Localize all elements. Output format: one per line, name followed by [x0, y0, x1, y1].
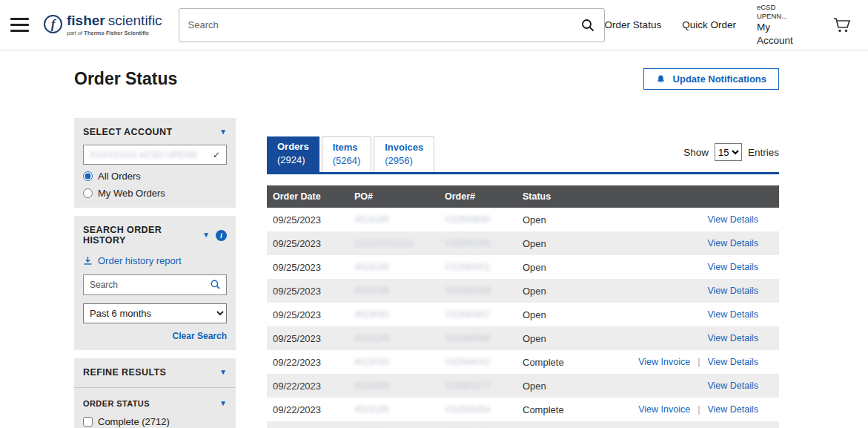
- status-filter-checkbox[interactable]: [83, 417, 93, 427]
- chevron-down-icon[interactable]: ▼: [219, 400, 227, 407]
- order-number-cell: V32564042: [445, 357, 523, 367]
- view-details-link[interactable]: View Details: [707, 238, 758, 248]
- status-filter-row[interactable]: Complete (2712): [83, 416, 227, 427]
- panel-divider: [74, 387, 236, 388]
- account-select-value: XXXXXXXX eCSD UPENN: [90, 150, 197, 160]
- order-date-cell: 09/25/2023: [273, 238, 354, 249]
- search-icon[interactable]: [210, 279, 221, 293]
- actions-divider: |: [698, 357, 700, 367]
- all-orders-radio[interactable]: [83, 171, 93, 181]
- order-date-cell: 09/25/2023: [273, 309, 354, 320]
- view-details-link[interactable]: View Details: [707, 286, 758, 296]
- status-cell: Open: [523, 309, 707, 320]
- order-date-cell: 09/25/2023: [273, 262, 354, 273]
- order-history-report-link[interactable]: Order history report: [83, 255, 227, 266]
- status-filter-label: Complete (2712): [98, 416, 170, 427]
- checkmark-icon: ✓: [213, 150, 220, 160]
- view-details-link[interactable]: View Details: [707, 262, 758, 272]
- po-number-cell: 4519030: [354, 309, 445, 320]
- brand-name-bold: fisher: [67, 13, 105, 28]
- view-invoice-link[interactable]: View Invoice: [638, 404, 690, 415]
- view-details-link[interactable]: View Details: [707, 404, 758, 415]
- search-order-history-title: SEARCH ORDER HISTORY: [83, 225, 202, 246]
- order-status-link[interactable]: Order Status: [605, 19, 662, 30]
- order-date-cell: 09/22/2023: [273, 404, 354, 415]
- update-notifications-button[interactable]: Update Notifications: [643, 68, 779, 90]
- row-actions: View Details: [707, 381, 779, 391]
- orders-table-body: 09/25/2023 4519199 V32569630 Open View D…: [267, 208, 779, 428]
- search-input[interactable]: [179, 8, 605, 42]
- tab-invoices[interactable]: Invoices (2956): [374, 136, 434, 172]
- clear-search-link[interactable]: Clear Search: [83, 331, 227, 341]
- order-date-cell: 09/25/2023: [273, 286, 354, 297]
- row-actions: View Details: [707, 238, 779, 248]
- status-filter-list: Complete (2712) Open (212): [83, 416, 227, 428]
- order-results-section: Orders (2924) Items (5264) Invoices (295…: [267, 136, 779, 428]
- show-label: Show: [683, 147, 709, 158]
- orders-table-header: Order DatePO#Order#Status: [267, 185, 779, 208]
- status-cell: Open: [523, 333, 707, 344]
- po-number-cell: 212121212121: [354, 238, 445, 248]
- chevron-down-icon[interactable]: ▼: [219, 369, 227, 376]
- bell-icon: [656, 74, 666, 85]
- status-cell: Open: [523, 262, 707, 273]
- order-number-cell: V32580289: [445, 286, 523, 296]
- view-invoice-link[interactable]: View Invoice: [638, 357, 690, 367]
- table-row: 09/25/2023 4519199 V32580001 Open View D…: [267, 255, 779, 279]
- chevron-down-icon[interactable]: ▼: [202, 231, 210, 239]
- select-account-title: SELECT ACCOUNT: [83, 127, 172, 137]
- table-row: 09/25/2023 4519030 V32580457 Open View D…: [267, 303, 779, 326]
- row-actions: View Details: [707, 214, 779, 225]
- hamburger-menu-icon[interactable]: [10, 18, 29, 32]
- table-row: 09/22/2023 4519199 V32561577 Open View D…: [267, 374, 779, 398]
- view-details-link[interactable]: View Details: [707, 381, 758, 391]
- view-details-link[interactable]: View Details: [707, 357, 758, 367]
- view-details-link[interactable]: View Details: [707, 214, 758, 225]
- my-web-orders-radio[interactable]: [83, 188, 93, 198]
- fisher-scientific-logo[interactable]: f fisherscientific part of Thermo Fisher…: [44, 13, 162, 36]
- order-history-search: [83, 274, 227, 295]
- orders-table: Order DatePO#Order#Status 09/25/2023 451…: [267, 185, 779, 428]
- table-row: 09/25/2023 4519199 V32580289 Open View D…: [267, 279, 779, 303]
- page-content: SELECT ACCOUNT ▼ XXXXXXXX eCSD UPENN ✓ A…: [74, 118, 779, 428]
- po-number-cell: 4519199: [354, 214, 445, 225]
- order-history-search-input[interactable]: [83, 274, 227, 295]
- status-cell: Complete: [523, 357, 638, 368]
- table-row: 09/25/2023 4519199 V32569630 Open View D…: [267, 208, 779, 231]
- table-column-header: Order Date: [273, 191, 354, 202]
- info-icon[interactable]: i: [216, 230, 227, 241]
- view-details-link[interactable]: View Details: [707, 333, 758, 343]
- page-title-row: Order Status Update Notifications: [74, 68, 779, 90]
- po-number-cell: 4519199: [354, 404, 445, 415]
- entries-per-page-select[interactable]: 15: [715, 143, 742, 161]
- po-number-cell: 4519199: [354, 381, 445, 391]
- my-web-orders-label: My Web Orders: [98, 188, 165, 199]
- chevron-down-icon[interactable]: ▼: [219, 128, 227, 136]
- select-account-header[interactable]: SELECT ACCOUNT ▼: [83, 127, 227, 137]
- refine-results-header[interactable]: REFINE RESULTS ▼: [83, 367, 227, 378]
- tab-items[interactable]: Items (5264): [322, 136, 372, 172]
- tab-orders[interactable]: Orders (2924): [267, 136, 319, 172]
- account-select[interactable]: XXXXXXXX eCSD UPENN ✓: [83, 145, 227, 165]
- row-actions: View Invoice | View Details: [638, 404, 779, 415]
- results-tabs-row: Orders (2924) Items (5264) Invoices (295…: [267, 136, 779, 174]
- my-web-orders-radio-row[interactable]: My Web Orders: [83, 188, 227, 199]
- date-range-select[interactable]: Past 6 months: [83, 303, 227, 323]
- view-details-link[interactable]: View Details: [707, 309, 758, 320]
- my-account-menu[interactable]: eCSD UPENN... My Account: [757, 3, 803, 47]
- all-orders-radio-row[interactable]: All Orders: [83, 171, 227, 182]
- cart-icon[interactable]: [832, 16, 852, 34]
- entries-label: Entries: [748, 147, 779, 158]
- table-row: 09/22/2023 4519199 V32564491 Complete Vi…: [267, 421, 779, 428]
- search-order-history-header[interactable]: SEARCH ORDER HISTORY ▼ i: [83, 225, 227, 246]
- status-cell: Open: [523, 214, 707, 225]
- order-status-filter-header[interactable]: ORDER STATUS ▼: [83, 399, 227, 408]
- order-date-cell: 09/22/2023: [273, 381, 354, 392]
- order-date-cell: 09/25/2023: [273, 333, 354, 344]
- refine-results-title: REFINE RESULTS: [83, 367, 166, 378]
- quick-order-link[interactable]: Quick Order: [682, 19, 736, 30]
- order-number-cell: V32580586: [445, 333, 523, 343]
- row-actions: View Invoice | View Details: [638, 357, 779, 367]
- filters-sidebar: SELECT ACCOUNT ▼ XXXXXXXX eCSD UPENN ✓ A…: [74, 118, 236, 428]
- search-icon[interactable]: [580, 18, 595, 36]
